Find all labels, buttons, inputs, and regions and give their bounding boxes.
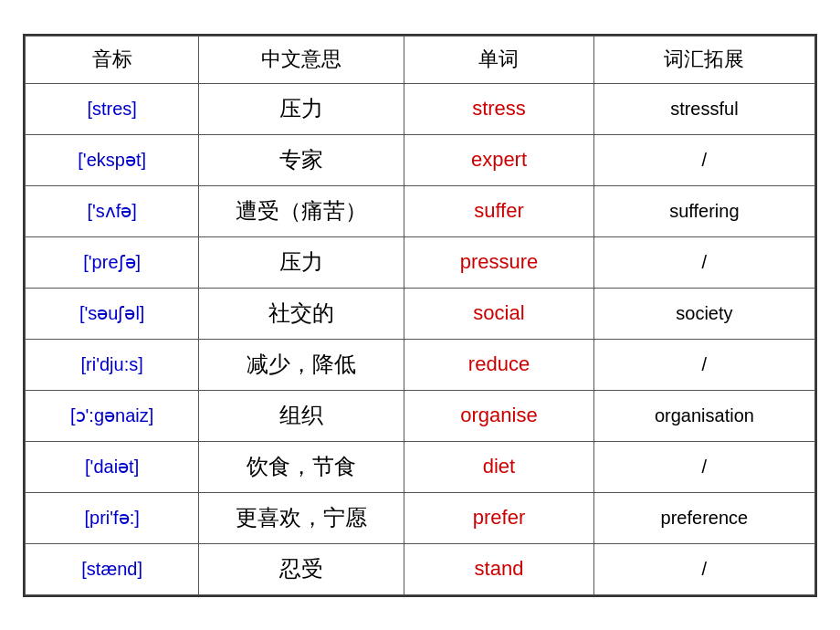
cell-phonetic: [ɔ':gənaiz] — [26, 390, 199, 441]
table-header-row: 音标 中文意思 单词 词汇拓展 — [26, 36, 815, 83]
cell-chinese: 组织 — [199, 390, 404, 441]
header-chinese: 中文意思 — [199, 36, 404, 83]
cell-expand: society — [593, 288, 814, 339]
cell-phonetic: [pri'fə:] — [26, 492, 199, 543]
table-row: ['səuʃəl]社交的socialsociety — [26, 288, 815, 339]
header-expand: 词汇拓展 — [593, 36, 814, 83]
cell-chinese: 遭受（痛苦） — [199, 185, 404, 236]
header-phonetic: 音标 — [26, 36, 199, 83]
table-row: ['daiət]饮食，节食diet/ — [26, 441, 815, 492]
cell-word: pressure — [404, 236, 594, 288]
cell-expand: preference — [593, 492, 814, 543]
table-row: ['sʌfə]遭受（痛苦）suffersuffering — [26, 185, 815, 236]
cell-phonetic: [ri'dju:s] — [26, 339, 199, 390]
cell-phonetic: ['daiət] — [26, 441, 199, 492]
table-row: [pri'fə:]更喜欢，宁愿preferpreference — [26, 492, 815, 543]
cell-word: expert — [404, 134, 594, 185]
cell-expand: / — [593, 236, 814, 288]
table-row: [ri'dju:s]减少，降低reduce/ — [26, 339, 815, 390]
cell-expand: / — [593, 339, 814, 390]
cell-word: diet — [404, 441, 594, 492]
cell-expand: / — [593, 134, 814, 185]
cell-phonetic: ['səuʃəl] — [26, 288, 199, 339]
cell-word: stress — [404, 83, 594, 134]
cell-expand: stressful — [593, 83, 814, 134]
cell-expand: organisation — [593, 390, 814, 441]
cell-chinese: 减少，降低 — [199, 339, 404, 390]
cell-expand: / — [593, 543, 814, 594]
table-row: [stænd]忍受stand/ — [26, 543, 815, 594]
cell-chinese: 压力 — [199, 83, 404, 134]
cell-phonetic: ['ekspət] — [26, 134, 199, 185]
table-row: ['preʃə]压力pressure/ — [26, 236, 815, 288]
header-word: 单词 — [404, 36, 594, 83]
cell-phonetic: ['preʃə] — [26, 236, 199, 288]
table-row: [ɔ':gənaiz]组织organiseorganisation — [26, 390, 815, 441]
cell-chinese: 压力 — [199, 236, 404, 288]
cell-chinese: 忍受 — [199, 543, 404, 594]
cell-word: organise — [404, 390, 594, 441]
cell-word: prefer — [404, 492, 594, 543]
cell-chinese: 专家 — [199, 134, 404, 185]
cell-expand: / — [593, 441, 814, 492]
cell-word: stand — [404, 543, 594, 594]
cell-word: social — [404, 288, 594, 339]
cell-phonetic: ['sʌfə] — [26, 185, 199, 236]
table-row: [stres]压力stressstressful — [26, 83, 815, 134]
cell-expand: suffering — [593, 185, 814, 236]
table-row: ['ekspət]专家expert/ — [26, 134, 815, 185]
cell-word: suffer — [404, 185, 594, 236]
cell-chinese: 更喜欢，宁愿 — [199, 492, 404, 543]
cell-phonetic: [stres] — [26, 83, 199, 134]
vocabulary-table: 音标 中文意思 单词 词汇拓展 [stres]压力stressstressful… — [23, 34, 817, 597]
cell-word: reduce — [404, 339, 594, 390]
cell-chinese: 社交的 — [199, 288, 404, 339]
cell-chinese: 饮食，节食 — [199, 441, 404, 492]
cell-phonetic: [stænd] — [26, 543, 199, 594]
